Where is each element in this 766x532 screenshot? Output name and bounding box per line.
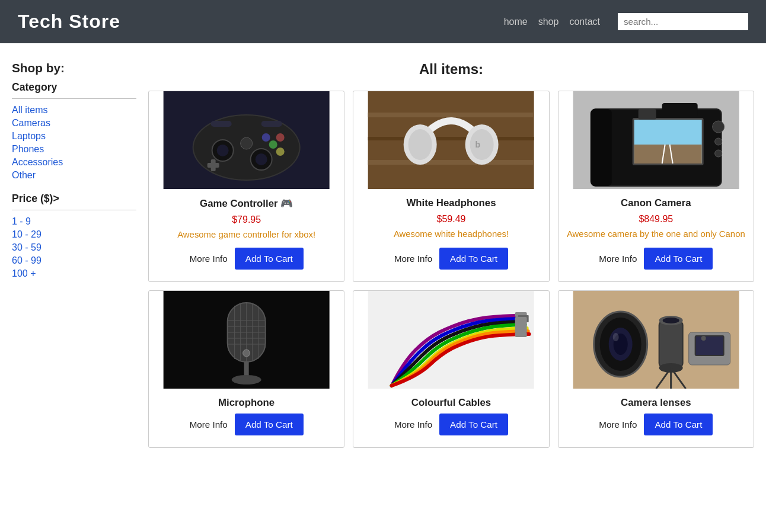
- price-list: 1 - 9 10 - 29 30 - 59 60 - 99 100 +: [12, 216, 136, 279]
- product-image: [558, 291, 754, 389]
- card-body: Game Controller 🎮$79.95Awesome game cont…: [149, 189, 344, 281]
- product-price: $849.95: [639, 214, 673, 225]
- category-all-items[interactable]: All items: [12, 105, 47, 115]
- product-name: White Headphones: [406, 197, 496, 209]
- product-card: Camera lensesMore InfoAdd To Cart: [558, 290, 754, 448]
- list-item: 30 - 59: [12, 242, 136, 253]
- category-phones[interactable]: Phones: [12, 144, 44, 154]
- svg-text:b: b: [475, 140, 481, 149]
- add-to-cart-button[interactable]: Add To Cart: [235, 414, 304, 435]
- nav-home[interactable]: home: [504, 17, 528, 27]
- category-laptops[interactable]: Laptops: [12, 131, 46, 141]
- logo: Tech Store: [18, 11, 120, 33]
- product-desc: Awesome white headphones!: [394, 229, 509, 239]
- product-card: Colourful CablesMore InfoAdd To Cart: [353, 290, 549, 448]
- more-info-link[interactable]: More Info: [394, 419, 432, 430]
- list-item: Accessories: [12, 157, 136, 168]
- product-card: b White Headphones$59.49Awesome white he…: [353, 91, 549, 282]
- card-actions: More InfoAdd To Cart: [599, 248, 713, 275]
- svg-rect-13: [261, 121, 282, 127]
- add-to-cart-button[interactable]: Add To Cart: [644, 414, 713, 435]
- nav-shop[interactable]: shop: [538, 17, 559, 27]
- nav-search: home shop contact: [504, 13, 748, 30]
- svg-point-9: [276, 133, 285, 142]
- category-cameras[interactable]: Cameras: [12, 118, 50, 128]
- content: Shop by: Category All items Cameras Lapt…: [0, 43, 766, 460]
- list-item: Phones: [12, 144, 136, 155]
- shop-by-label: Shop by:: [12, 61, 136, 75]
- svg-point-33: [714, 138, 722, 145]
- price-100-plus[interactable]: 100 +: [12, 268, 36, 278]
- svg-rect-66: [659, 321, 682, 368]
- svg-rect-29: [634, 145, 701, 164]
- add-to-cart-button[interactable]: Add To Cart: [235, 248, 304, 270]
- svg-point-14: [241, 137, 253, 149]
- product-price: $59.49: [437, 214, 466, 225]
- card-body: MicrophoneMore InfoAdd To Cart: [149, 389, 344, 447]
- main: All items: Game Controller 🎮$79: [148, 61, 754, 448]
- list-item: Laptops: [12, 131, 136, 142]
- product-name: Canon Camera: [621, 197, 691, 209]
- main-title: All items:: [148, 61, 754, 78]
- more-info-link[interactable]: More Info: [190, 254, 228, 264]
- card-actions: More InfoAdd To Cart: [190, 248, 304, 275]
- more-info-link[interactable]: More Info: [190, 419, 228, 430]
- svg-point-69: [662, 318, 679, 323]
- svg-rect-36: [638, 109, 656, 120]
- card-actions: More InfoAdd To Cart: [599, 414, 713, 441]
- product-price: $79.95: [232, 214, 261, 225]
- nav-contact[interactable]: contact: [569, 17, 600, 27]
- svg-point-3: [217, 145, 229, 156]
- product-image: [353, 291, 548, 389]
- category-accessories[interactable]: Accessories: [12, 157, 63, 167]
- svg-point-51: [243, 350, 250, 357]
- category-other[interactable]: Other: [12, 170, 36, 180]
- product-image: b: [353, 91, 548, 189]
- svg-rect-7: [208, 163, 219, 168]
- more-info-link[interactable]: More Info: [599, 254, 637, 264]
- price-10-29[interactable]: 10 - 29: [12, 229, 42, 239]
- product-image: [149, 291, 344, 389]
- svg-point-50: [232, 375, 261, 384]
- price-1-9[interactable]: 1 - 9: [12, 216, 31, 226]
- svg-rect-26: [662, 103, 697, 118]
- svg-rect-59: [515, 332, 527, 337]
- product-image: [149, 91, 344, 189]
- price-60-99[interactable]: 60 - 99: [12, 255, 42, 265]
- product-name: Microphone: [218, 397, 275, 409]
- more-info-link[interactable]: More Info: [599, 419, 637, 430]
- category-list: All items Cameras Laptops Phones Accesso…: [12, 105, 136, 181]
- svg-point-11: [276, 148, 285, 156]
- product-grid: Game Controller 🎮$79.95Awesome game cont…: [148, 91, 754, 448]
- nav-links: home shop contact: [504, 17, 600, 27]
- svg-rect-72: [695, 336, 723, 355]
- svg-point-22: [470, 129, 494, 160]
- add-to-cart-button[interactable]: Add To Cart: [439, 248, 508, 270]
- sidebar: Shop by: Category All items Cameras Lapt…: [12, 61, 148, 448]
- list-item: Cameras: [12, 118, 136, 129]
- svg-point-8: [269, 140, 277, 149]
- svg-point-65: [612, 333, 618, 341]
- product-card: MicrophoneMore InfoAdd To Cart: [148, 290, 344, 448]
- card-body: Canon Camera$849.95Awesome camera by the…: [558, 189, 754, 281]
- search-input[interactable]: [618, 13, 748, 30]
- add-to-cart-button[interactable]: Add To Cart: [644, 248, 713, 270]
- category-label: Category: [12, 81, 136, 94]
- category-divider: [12, 98, 136, 99]
- list-item: 100 +: [12, 268, 136, 279]
- product-name: Game Controller 🎮: [200, 197, 293, 210]
- svg-point-10: [262, 133, 270, 142]
- card-actions: More InfoAdd To Cart: [190, 414, 304, 441]
- card-actions: More InfoAdd To Cart: [394, 248, 508, 275]
- svg-point-5: [256, 153, 267, 165]
- more-info-link[interactable]: More Info: [394, 254, 432, 264]
- svg-rect-12: [211, 121, 232, 127]
- product-name: Camera lenses: [621, 397, 691, 409]
- price-30-59[interactable]: 30 - 59: [12, 242, 42, 252]
- add-to-cart-button[interactable]: Add To Cart: [439, 414, 508, 435]
- svg-rect-58: [515, 328, 527, 333]
- product-image: [558, 91, 754, 189]
- product-card: Canon Camera$849.95Awesome camera by the…: [558, 91, 754, 282]
- card-actions: More InfoAdd To Cart: [394, 414, 508, 441]
- product-desc: Awesome camera by the one and only Canon: [567, 229, 745, 239]
